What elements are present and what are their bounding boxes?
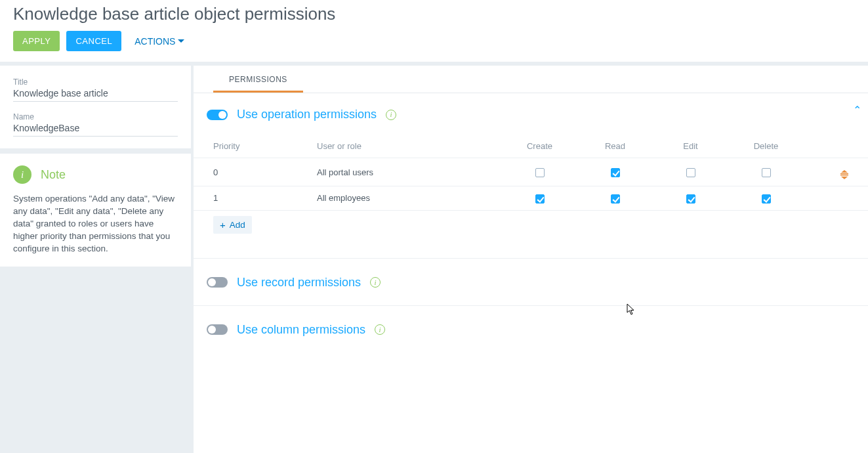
info-icon: i: [13, 165, 31, 184]
col-user[interactable]: User or role: [312, 135, 502, 158]
cell-delete: [728, 186, 804, 210]
cell-user: All portal users: [312, 161, 502, 184]
cell-create: [502, 186, 577, 210]
permissions-grid: Priority User or role Create Read Edit D…: [194, 135, 868, 211]
action-bar: APPLY CANCEL ACTIONS: [13, 31, 855, 51]
name-field-label: Name: [13, 112, 178, 121]
note-text: System operations "Add any data", "View …: [13, 193, 178, 255]
permissions-panel: Use operation permissions i ⌃ Priority U…: [194, 93, 868, 337]
title-field-value[interactable]: Knowledge base article: [13, 88, 178, 102]
note-header: i Note: [13, 165, 178, 184]
cancel-button[interactable]: CANCEL: [66, 31, 121, 51]
table-row[interactable]: 1All employees: [194, 186, 868, 211]
sidebar: Title Knowledge base article Name Knowle…: [0, 66, 194, 267]
record-permissions-toggle[interactable]: [207, 277, 228, 288]
edit-checkbox[interactable]: [686, 168, 695, 177]
actions-dropdown[interactable]: ACTIONS: [128, 32, 191, 51]
record-permissions-header: Use record permissions i: [194, 276, 868, 306]
delete-checkbox[interactable]: [762, 168, 771, 177]
add-label: Add: [230, 220, 245, 230]
col-handle: [804, 140, 868, 153]
delete-checkbox[interactable]: [762, 194, 771, 204]
cell-edit: [653, 186, 728, 210]
name-field-value[interactable]: KnowledgeBase: [13, 123, 178, 137]
cell-handle: [804, 158, 868, 186]
cell-handle: [804, 192, 868, 205]
col-create[interactable]: Create: [502, 135, 577, 158]
sidebar-note-card: i Note System operations "Add any data",…: [0, 154, 191, 267]
cell-priority: 1: [194, 186, 312, 209]
column-permissions-toggle[interactable]: [207, 324, 228, 335]
info-icon[interactable]: i: [370, 277, 381, 288]
caret-down-icon: [178, 39, 184, 43]
col-delete[interactable]: Delete: [728, 135, 804, 158]
sidebar-fields-card: Title Knowledge base article Name Knowle…: [0, 66, 191, 148]
grid-header-row: Priority User or role Create Read Edit D…: [194, 135, 868, 158]
workspace: Title Knowledge base article Name Knowle…: [0, 62, 868, 453]
create-checkbox[interactable]: [535, 168, 545, 177]
cell-delete: [728, 160, 804, 184]
title-field-label: Title: [13, 77, 178, 87]
col-read[interactable]: Read: [577, 135, 653, 158]
operation-permissions-title[interactable]: Use operation permissions: [237, 108, 377, 121]
main-panel: PERMISSIONS Use operation permissions i …: [194, 66, 868, 453]
apply-button[interactable]: APPLY: [13, 31, 60, 51]
tabs: PERMISSIONS: [194, 66, 868, 93]
actions-label: ACTIONS: [134, 36, 175, 47]
cell-create: [502, 160, 577, 184]
drag-handle-icon[interactable]: [840, 170, 848, 179]
column-permissions-header: Use column permissions i: [194, 323, 868, 337]
chevron-up-icon[interactable]: ⌃: [853, 104, 861, 116]
col-priority[interactable]: Priority: [194, 135, 312, 158]
page-title: Knowledge base article object permission…: [13, 0, 855, 31]
edit-checkbox[interactable]: [686, 194, 695, 204]
cell-read: [577, 186, 653, 210]
cell-priority: 0: [194, 161, 312, 184]
plus-icon: +: [220, 220, 226, 230]
tab-permissions[interactable]: PERMISSIONS: [213, 66, 303, 93]
note-title: Note: [41, 168, 66, 182]
operation-permissions-toggle[interactable]: [207, 110, 228, 120]
cell-edit: [653, 160, 728, 184]
info-icon[interactable]: i: [386, 110, 396, 120]
info-icon[interactable]: i: [375, 324, 385, 335]
read-checkbox[interactable]: [611, 194, 620, 204]
record-permissions-title[interactable]: Use record permissions: [237, 276, 361, 290]
add-button[interactable]: + Add: [213, 216, 252, 234]
cell-user: All employees: [312, 186, 502, 209]
create-checkbox[interactable]: [535, 194, 545, 204]
read-checkbox[interactable]: [611, 168, 620, 177]
col-edit[interactable]: Edit: [653, 135, 728, 158]
page-header: Knowledge base article object permission…: [0, 0, 868, 62]
table-row[interactable]: 0All portal users: [194, 158, 868, 186]
column-permissions-title[interactable]: Use column permissions: [237, 323, 365, 337]
cell-read: [577, 160, 653, 184]
operation-permissions-header: Use operation permissions i ⌃: [194, 108, 868, 121]
